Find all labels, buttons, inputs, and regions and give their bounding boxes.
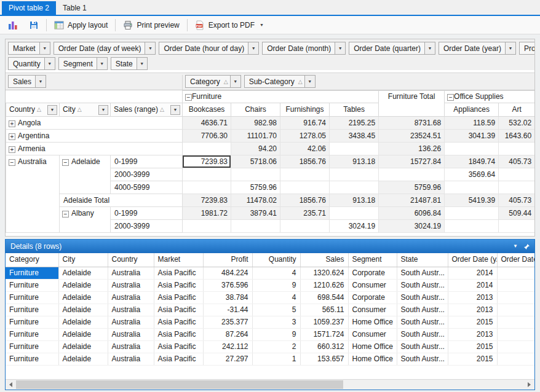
pivot-cell[interactable]: 1643.60 xyxy=(499,130,535,143)
pivot-cell[interactable] xyxy=(330,207,379,220)
details-cell[interactable]: 87.264 xyxy=(203,328,252,340)
details-cell[interactable]: Adelaide xyxy=(58,340,108,353)
save-button[interactable] xyxy=(23,17,44,33)
pivot-cell[interactable]: 8731.68 xyxy=(379,117,445,130)
details-cell[interactable] xyxy=(497,291,534,304)
details-cell[interactable]: Corporate xyxy=(348,291,397,304)
pivot-cell[interactable]: 235.71 xyxy=(280,207,330,220)
pivot-cell[interactable] xyxy=(499,181,535,194)
pivot-cell[interactable]: 23524.51 xyxy=(379,130,445,143)
details-column-header[interactable]: Market xyxy=(154,253,203,267)
pivot-cell[interactable]: 11478.02 xyxy=(231,194,280,207)
details-cell[interactable]: 2013 xyxy=(448,291,497,304)
details-cell[interactable]: 2014 xyxy=(448,267,497,279)
filter-dropdown-button[interactable]: ▼ xyxy=(47,105,57,115)
details-cell[interactable] xyxy=(497,304,534,316)
tab-pivot-table-2[interactable]: Pivot table 2 xyxy=(2,1,56,15)
filter-field-order-date-hour-of-day[interactable]: Order Date (hour of day)▼ xyxy=(159,42,259,55)
pivot-cell[interactable] xyxy=(280,181,330,194)
pivot-cell[interactable]: 405.73 xyxy=(499,194,535,207)
filter-field-order-date-month[interactable]: Order Date (month)▼ xyxy=(262,42,346,55)
column-group-office-supplies[interactable]: −Office Supplies xyxy=(445,91,535,103)
pivot-cell[interactable]: 2195.25 xyxy=(330,117,379,130)
details-cell[interactable]: Asia Pacific xyxy=(154,267,203,279)
pivot-cell[interactable] xyxy=(499,220,535,233)
details-cell[interactable]: Asia Pacific xyxy=(154,291,203,304)
details-cell[interactable]: Adelaide xyxy=(58,291,108,304)
details-cell[interactable]: Australia xyxy=(108,291,154,304)
print-preview-button[interactable]: Print preview xyxy=(117,17,185,33)
details-cell[interactable]: -31.44 xyxy=(203,304,252,316)
pivot-cell[interactable]: 15727.84 xyxy=(379,155,445,168)
column-header-appliances[interactable]: Appliances xyxy=(445,103,499,117)
details-cell[interactable]: Furniture xyxy=(6,328,58,340)
details-cell[interactable]: Australia xyxy=(108,353,154,365)
filter-field-quantity[interactable]: Quantity▼ xyxy=(8,57,55,70)
filter-dropdown-button[interactable]: ▼ xyxy=(230,76,240,87)
pivot-cell[interactable]: 1856.76 xyxy=(280,194,330,207)
collapse-icon[interactable]: − xyxy=(9,159,15,166)
details-column-header[interactable]: Order Date (... xyxy=(497,253,534,267)
details-cell[interactable]: Furniture xyxy=(6,279,58,291)
filter-dropdown-button[interactable]: ▼ xyxy=(505,42,515,54)
column-header-bookcases[interactable]: Bookcases xyxy=(183,103,231,117)
pivot-cell[interactable]: 3879.41 xyxy=(231,207,280,220)
filter-dropdown-button[interactable]: ▼ xyxy=(44,58,55,69)
details-cell[interactable]: 2015 xyxy=(448,340,497,353)
pivot-cell[interactable]: 1856.76 xyxy=(280,155,330,168)
details-cell[interactable]: 376.596 xyxy=(203,279,252,291)
pivot-cell[interactable]: 5419.39 xyxy=(445,194,499,207)
apply-layout-button[interactable]: Apply layout xyxy=(49,17,113,33)
pivot-cell[interactable]: 916.74 xyxy=(280,117,330,130)
filter-dropdown-button[interactable]: ▼ xyxy=(248,42,258,54)
horizontal-scrollbar[interactable] xyxy=(6,379,534,390)
pivot-cell[interactable]: 405.73 xyxy=(499,155,535,168)
details-cell[interactable]: Adelaide xyxy=(58,353,108,365)
details-cell[interactable]: Australia xyxy=(108,316,154,328)
column-field-category[interactable]: Category△▼ xyxy=(185,75,241,88)
details-cell[interactable]: Furniture xyxy=(6,353,58,365)
details-column-header[interactable]: Sales xyxy=(300,253,348,267)
pivot-cell[interactable]: 1278.05 xyxy=(280,130,330,143)
details-cell[interactable]: 4 xyxy=(252,291,300,304)
pivot-cell[interactable]: 4636.71 xyxy=(183,117,231,130)
details-cell[interactable]: 4 xyxy=(252,267,300,279)
pivot-cell[interactable]: 7239.83 xyxy=(183,194,231,207)
pin-button[interactable] xyxy=(521,241,532,252)
pivot-cell[interactable] xyxy=(445,143,499,155)
pivot-cell[interactable] xyxy=(183,143,231,155)
row-header-albany[interactable]: −Albany xyxy=(60,207,111,233)
details-cell[interactable]: Asia Pacific xyxy=(154,353,203,365)
details-cell[interactable] xyxy=(497,267,534,279)
column-group-furniture[interactable]: −Furniture xyxy=(183,91,379,103)
filter-field-market[interactable]: Market▼ xyxy=(8,42,50,55)
details-cell[interactable] xyxy=(497,340,534,353)
pivot-cell[interactable] xyxy=(231,168,280,181)
row-field-sales-range[interactable]: Sales (range)△▼ xyxy=(111,103,183,117)
pivot-cell[interactable] xyxy=(183,181,231,194)
pivot-cell[interactable]: 11101.70 xyxy=(231,130,280,143)
details-column-header[interactable]: Country xyxy=(108,253,154,267)
details-cell[interactable]: 2 xyxy=(252,340,300,353)
row-field-city[interactable]: City△▼ xyxy=(60,103,111,117)
row-header-adelaide-total[interactable]: Adelaide Total xyxy=(60,194,183,207)
column-header-art[interactable]: Art xyxy=(499,103,535,117)
details-cell[interactable]: South Austr... xyxy=(397,316,448,328)
details-cell[interactable]: Adelaide xyxy=(58,328,108,340)
row-header-range-0-1999[interactable]: 0-1999 xyxy=(111,155,183,168)
filter-dropdown-button[interactable]: ▼ xyxy=(170,105,180,115)
pivot-cell[interactable]: 1849.74 xyxy=(445,155,499,168)
pivot-cell[interactable]: 5759.96 xyxy=(231,181,280,194)
details-cell[interactable] xyxy=(497,316,534,328)
filter-dropdown-button[interactable]: ▼ xyxy=(35,76,46,87)
details-cell[interactable]: 1571.724 xyxy=(300,328,348,340)
pivot-cell[interactable] xyxy=(445,207,499,220)
row-header-range-2000-3999[interactable]: 2000-3999 xyxy=(111,220,183,233)
details-cell[interactable]: 2013 xyxy=(448,304,497,316)
details-cell-selected[interactable]: Furniture xyxy=(6,267,58,279)
details-column-header[interactable]: Profit xyxy=(203,253,252,267)
details-cell[interactable]: 2015 xyxy=(448,353,497,365)
collapse-icon[interactable]: − xyxy=(62,159,69,166)
details-column-header[interactable]: State xyxy=(397,253,448,267)
filter-dropdown-button[interactable]: ▼ xyxy=(98,105,108,115)
